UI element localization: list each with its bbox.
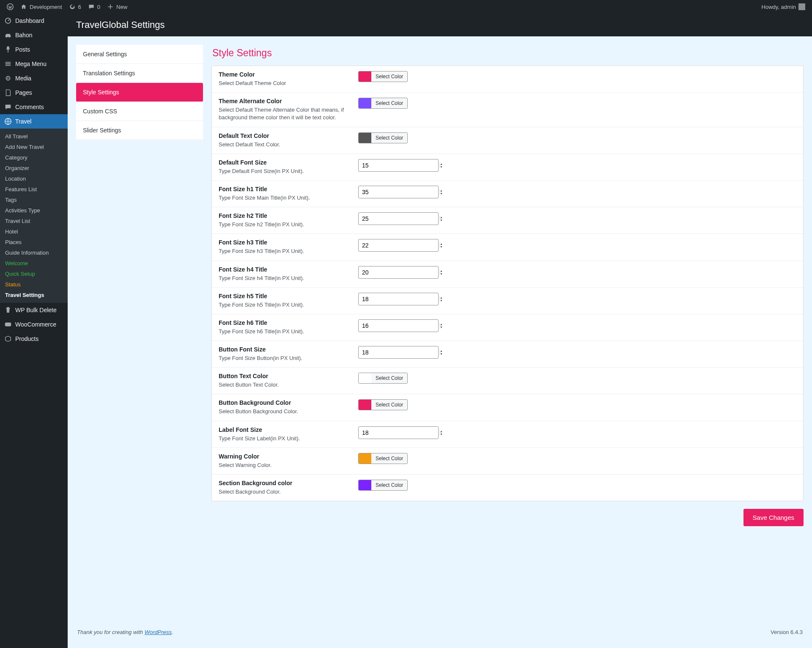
spin-down[interactable]: ▼ — [440, 299, 443, 302]
new-link[interactable]: New — [104, 0, 131, 14]
site-name-link[interactable]: Development — [17, 0, 66, 14]
number-value[interactable] — [359, 296, 439, 302]
menu-media[interactable]: Media — [0, 71, 68, 85]
number-input[interactable]: ▲▼ — [358, 212, 439, 225]
number-input[interactable]: ▲▼ — [358, 293, 439, 305]
sub-guide[interactable]: Guide Information — [0, 247, 68, 258]
number-input[interactable]: ▲▼ — [358, 319, 439, 332]
spin-up[interactable]: ▲ — [440, 242, 443, 245]
sub-activities[interactable]: Activities Type — [0, 205, 68, 216]
select-color-label: Select Color — [371, 373, 407, 383]
color-picker[interactable]: Select Color — [358, 132, 408, 143]
sub-quick-setup[interactable]: Quick Setup — [0, 269, 68, 279]
sub-travel-list[interactable]: Travel List — [0, 216, 68, 226]
menu-bahon[interactable]: Bahon — [0, 28, 68, 42]
admin-menu: Dashboard Bahon Posts Mega Menu Media Pa… — [0, 14, 68, 648]
spin-up[interactable]: ▲ — [440, 349, 443, 352]
menu-products[interactable]: Products — [0, 332, 68, 346]
sub-location[interactable]: Location — [0, 173, 68, 184]
spin-down[interactable]: ▼ — [440, 326, 443, 329]
my-account[interactable]: Howdy, admin — [758, 0, 809, 14]
tab-slider[interactable]: Slider Settings — [76, 121, 203, 140]
menu-comments[interactable]: Comments — [0, 100, 68, 114]
spin-down[interactable]: ▼ — [440, 245, 443, 248]
spin-up[interactable]: ▲ — [440, 269, 443, 272]
howdy-text: Howdy, admin — [762, 4, 796, 10]
number-input[interactable]: ▲▼ — [358, 346, 439, 359]
spin-up[interactable]: ▲ — [440, 430, 443, 433]
row-h1: Font Size h1 TitleType Font Size Main Ti… — [212, 181, 803, 207]
color-picker[interactable]: Select Color — [358, 480, 408, 491]
spin-down[interactable]: ▼ — [440, 352, 443, 355]
spin-down[interactable]: ▼ — [440, 192, 443, 195]
number-value[interactable] — [359, 349, 439, 356]
sub-organizer[interactable]: Organizer — [0, 163, 68, 173]
wp-logo[interactable] — [3, 0, 17, 14]
number-value[interactable] — [359, 215, 439, 222]
number-value[interactable] — [359, 322, 439, 329]
sub-features[interactable]: Features List — [0, 184, 68, 195]
number-value[interactable] — [359, 189, 439, 195]
row-button-font: Button Font SizeType Font Size Button(in… — [212, 341, 803, 368]
updates-link[interactable]: 6 — [66, 0, 85, 14]
sub-places[interactable]: Places — [0, 237, 68, 247]
menu-dashboard[interactable]: Dashboard — [0, 14, 68, 28]
number-value[interactable] — [359, 242, 439, 249]
field-label: Button Font Size — [219, 346, 358, 353]
row-h4: Font Size h4 TitleType Font Size h4 Titl… — [212, 261, 803, 288]
spin-up[interactable]: ▲ — [440, 189, 443, 192]
number-input[interactable]: ▲▼ — [358, 186, 439, 198]
field-label: Label Font Size — [219, 426, 358, 433]
sub-welcome[interactable]: Welcome — [0, 258, 68, 269]
spin-down[interactable]: ▼ — [440, 165, 443, 168]
tab-translation[interactable]: Translation Settings — [76, 64, 203, 83]
color-picker[interactable]: Select Color — [358, 399, 408, 410]
sub-category[interactable]: Category — [0, 152, 68, 163]
spin-up[interactable]: ▲ — [440, 162, 443, 165]
updates-count: 6 — [78, 4, 81, 10]
menu-pages[interactable]: Pages — [0, 85, 68, 100]
number-input[interactable]: ▲▼ — [358, 426, 439, 439]
number-value[interactable] — [359, 162, 439, 169]
sub-tags[interactable]: Tags — [0, 195, 68, 205]
wp-footer: Thank you for creating with WordPress. V… — [76, 625, 804, 635]
color-picker[interactable]: Select Color — [358, 453, 408, 464]
menu-posts[interactable]: Posts — [0, 42, 68, 57]
color-picker[interactable]: Select Color — [358, 98, 408, 109]
save-button[interactable]: Save Changes — [743, 509, 804, 526]
sub-all-travel[interactable]: All Travel — [0, 131, 68, 142]
comments-link[interactable]: 0 — [85, 0, 104, 14]
tab-general[interactable]: General Settings — [76, 45, 203, 64]
wordpress-icon — [7, 3, 14, 10]
field-desc: Select Warning Color. — [219, 461, 358, 469]
spin-down[interactable]: ▼ — [440, 219, 443, 222]
menu-mega-menu[interactable]: Mega Menu — [0, 57, 68, 71]
sub-hotel[interactable]: Hotel — [0, 226, 68, 237]
spin-up[interactable]: ▲ — [440, 216, 443, 219]
select-color-label: Select Color — [371, 400, 407, 410]
number-input[interactable]: ▲▼ — [358, 159, 439, 172]
spin-up[interactable]: ▲ — [440, 296, 443, 299]
spin-down[interactable]: ▼ — [440, 433, 443, 436]
menu-wp-bulk-delete[interactable]: WP Bulk Delete — [0, 303, 68, 317]
select-color-label: Select Color — [371, 480, 407, 490]
menu-icon — [4, 60, 12, 68]
number-input[interactable]: ▲▼ — [358, 266, 439, 279]
sub-add-new-travel[interactable]: Add New Travel — [0, 142, 68, 152]
color-swatch — [359, 453, 371, 464]
menu-woocommerce[interactable]: WooCommerce — [0, 317, 68, 332]
sub-travel-settings[interactable]: Travel Settings — [0, 290, 68, 300]
menu-travel[interactable]: Travel — [0, 114, 68, 129]
number-value[interactable] — [359, 269, 439, 276]
spin-down[interactable]: ▼ — [440, 272, 443, 275]
color-picker[interactable]: Select Color — [358, 71, 408, 82]
color-picker[interactable]: Select Color — [358, 373, 408, 384]
footer-wp-link[interactable]: WordPress — [145, 629, 172, 635]
sub-status[interactable]: Status — [0, 279, 68, 290]
tab-style[interactable]: Style Settings — [76, 83, 203, 102]
number-value[interactable] — [359, 429, 439, 436]
tab-custom-css[interactable]: Custom CSS — [76, 102, 203, 121]
field-desc: Select Background Color. — [219, 488, 358, 496]
number-input[interactable]: ▲▼ — [358, 239, 439, 252]
spin-up[interactable]: ▲ — [440, 323, 443, 326]
